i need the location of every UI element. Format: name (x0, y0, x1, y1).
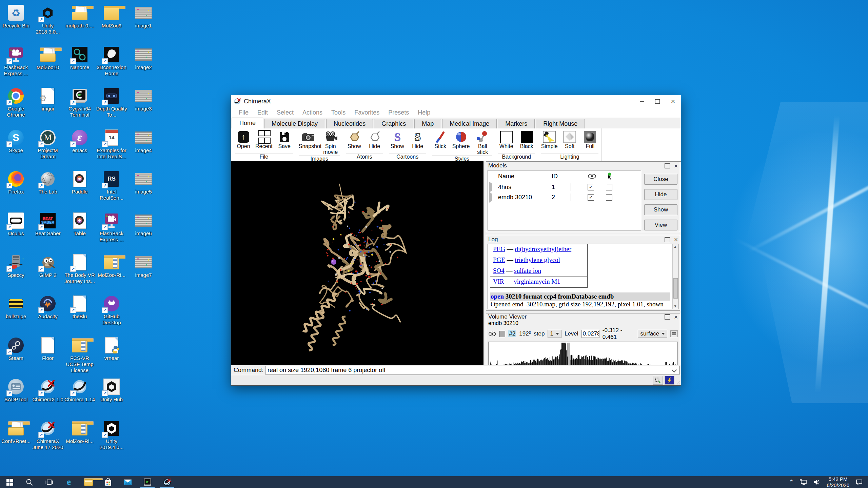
expand-chevron-icon[interactable] (489, 194, 498, 201)
toolbar-atoms-show[interactable]: Show (346, 130, 363, 149)
toolbar-background-black[interactable]: Black (518, 130, 535, 149)
desktop-icon-molzoo9[interactable]: MolZoo9 (96, 4, 127, 29)
desktop-icon-molzoo-ri[interactable]: MolZoo-Ri... (96, 253, 127, 278)
desktop-icon-unity-2018-3-0[interactable]: ↗Unity 2018.3.0... (32, 4, 63, 35)
style-select[interactable]: surface (638, 330, 667, 338)
level-marker-handle[interactable] (568, 343, 570, 368)
toolbar-lighting-simple[interactable]: Simple (541, 130, 558, 149)
desktop-icon-ballstripe[interactable]: ballstripe (0, 295, 32, 320)
menu-tools[interactable]: Tools (327, 109, 350, 116)
float-panel-icon[interactable] (665, 237, 670, 242)
desktop-icon-image7[interactable]: image7 (128, 253, 159, 278)
desktop-icon-nanome[interactable]: ↗Nanome (64, 46, 95, 70)
menu-select[interactable]: Select (272, 109, 298, 116)
desktop-icon-recycle-bin[interactable]: ♻Recycle Bin (0, 4, 32, 29)
desktop-icon-image6[interactable]: image6 (128, 212, 159, 237)
desktop-icon-sadptool[interactable]: ↗SADPTool (0, 378, 32, 403)
toolbar-background-white[interactable]: White (498, 130, 515, 149)
float-panel-icon[interactable] (665, 163, 670, 168)
tab-medical-image[interactable]: Medical Image (442, 119, 497, 128)
desktop-icon-molzoo-ri[interactable]: MolZoo-Ri... (64, 420, 95, 444)
desktop-icon-chimera-1-14[interactable]: ↗Chimera 1.14 (64, 378, 95, 403)
open-command-link[interactable]: open (491, 293, 504, 300)
toolbar-styles-ball-stick[interactable]: Ball stick (473, 130, 492, 155)
float-panel-icon[interactable] (665, 314, 670, 320)
desktop-icon-the-lab[interactable]: ↗The Lab (32, 170, 63, 195)
toolbar-images-spin-movie[interactable]: Spin movie (321, 130, 340, 155)
toolbar-file-recent[interactable]: Recent (255, 130, 273, 149)
volume-speaker-icon[interactable] (810, 476, 823, 488)
fast-mode-button[interactable] (665, 376, 674, 385)
desktop-icon-oculus[interactable]: ↗Oculus (0, 212, 32, 237)
taskbar-start[interactable] (0, 476, 20, 488)
menu-presets[interactable]: Presets (384, 109, 413, 116)
model-selected-checkbox[interactable] (606, 194, 624, 201)
view-button[interactable]: View (644, 220, 677, 230)
desktop-icon-intel-realsen[interactable]: RS↗Intel RealSen... (96, 170, 127, 201)
resize-grip[interactable] (677, 381, 680, 385)
taskbar-task-view[interactable] (39, 476, 59, 488)
toolbar-lighting-full[interactable]: Full (581, 130, 598, 149)
desktop-icon-examples-for-intel-reals[interactable]: 14↗Examples for Intel RealS... (96, 129, 127, 160)
desktop-icon-image1[interactable]: image1 (128, 4, 159, 29)
desktop-icon-unity-hub[interactable]: ↗Unity Hub (96, 378, 127, 403)
models-row-4hus[interactable]: 4hus1✓ (488, 182, 641, 192)
close-button[interactable]: × (665, 95, 681, 107)
desktop-icon-3dconnexion-home[interactable]: ↗3Dconnexion Home (96, 46, 127, 77)
desktop-icon-chimerax-june-17-2020[interactable]: ↗ChimeraX June 17 2020 (32, 420, 63, 450)
taskbar-mail[interactable] (118, 476, 138, 488)
desktop-icon-chimerax-1-0[interactable]: ↗ChimeraX 1.0 (32, 378, 63, 403)
desktop-icon-steam[interactable]: ↗Steam (0, 337, 32, 361)
desktop-icon-floor[interactable]: Floor (32, 337, 63, 361)
menu-file[interactable]: File (234, 109, 253, 116)
desktop-icon-speccy[interactable]: ↗Speccy (0, 253, 32, 278)
toolbar-cartoons-show[interactable]: SShow (389, 130, 406, 149)
volume-menu-button[interactable] (670, 330, 678, 337)
tab-home[interactable]: Home (232, 118, 263, 129)
menu-edit[interactable]: Edit (253, 109, 272, 116)
maximize-button[interactable] (650, 95, 665, 107)
ligand-code-link[interactable]: VIR (493, 278, 504, 285)
desktop-icon-theblu[interactable]: ↗theBlu (64, 295, 95, 320)
hide-button[interactable]: Hide (644, 189, 677, 200)
desktop-icon-molpath-0[interactable]: molpath-0.... (64, 4, 95, 29)
ligand-desc-link[interactable]: virginiamycin M1 (514, 278, 560, 285)
model-color-swatch[interactable] (571, 194, 588, 201)
step-select[interactable]: 1 (548, 330, 561, 338)
desktop-icon-beat-saber[interactable]: BEATSABER↗Beat Saber (32, 212, 63, 237)
ligand-code-link[interactable]: PEG (493, 245, 505, 252)
graphics-viewport[interactable] (231, 161, 484, 365)
desktop-icon-molzoo10[interactable]: MolZoo10 (32, 46, 63, 70)
desktop-icon-unity-2019-4-0[interactable]: ↗Unity 2019.4.0... (96, 420, 127, 450)
menu-actions[interactable]: Actions (298, 109, 327, 116)
panel-splitter[interactable] (484, 161, 486, 365)
model-shown-checkbox[interactable]: ✓ (588, 194, 606, 201)
desktop-icon-flashback-express[interactable]: ↗FlashBack Express ... (96, 212, 127, 243)
desktop-icon-firefox[interactable]: ↗Firefox (0, 170, 32, 195)
taskbar-clock[interactable]: 5:42 PM 6/20/2020 (823, 476, 853, 488)
desktop-icon-google-chrome[interactable]: ↗Google Chrome (0, 87, 32, 118)
ligand-desc-link[interactable]: di(hydroxyethyl)ether (515, 245, 571, 252)
tab-nucleotides[interactable]: Nucleotides (326, 119, 373, 128)
desktop-icon-depth-quality-to[interactable]: ↗Depth Quality To... (96, 87, 127, 118)
tab-right-mouse[interactable]: Right Mouse (536, 119, 585, 128)
desktop-icon-paddle[interactable]: Paddle (64, 170, 95, 195)
desktop-icon-image3[interactable]: image3 (128, 87, 159, 112)
desktop-icon-imgui[interactable]: ⚙imgui (32, 87, 63, 112)
scroll-up-icon[interactable]: ▲ (673, 245, 677, 248)
model-color-swatch[interactable] (571, 184, 588, 191)
desktop-icon-flashback-express[interactable]: ↗FlashBack Express ... (0, 46, 32, 77)
ligand-desc-link[interactable]: triethylene glycol (515, 256, 560, 263)
toolbar-atoms-hide[interactable]: Hide (366, 130, 383, 149)
minimize-button[interactable] (634, 95, 650, 107)
menu-help[interactable]: Help (413, 109, 435, 116)
tab-markers[interactable]: Markers (498, 119, 535, 128)
toolbar-images-snapshot[interactable]: Snapshot (299, 130, 318, 149)
level-input[interactable]: 0.0278 (581, 330, 599, 338)
close-button[interactable]: Close (644, 174, 677, 185)
menu-favorites[interactable]: Favorites (350, 109, 384, 116)
desktop-icon-confvrnet[interactable]: ConfVRnet... (0, 420, 32, 444)
command-input[interactable]: real on size 1920,1080 frame 6 projector… (265, 366, 680, 374)
scroll-down-icon[interactable]: ▼ (673, 304, 677, 308)
select-mode-button[interactable] (653, 376, 663, 385)
